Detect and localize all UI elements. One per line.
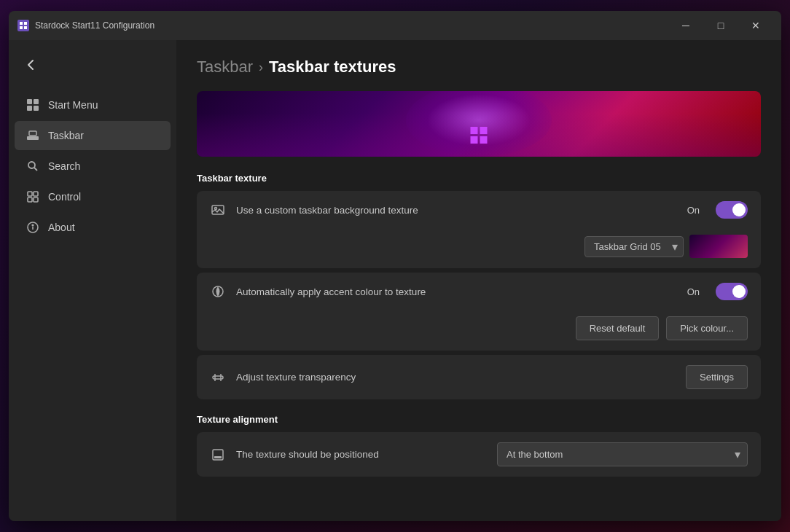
position-row: The texture should be positioned At the … <box>197 432 761 477</box>
window-controls: ─ □ ✕ <box>669 15 773 36</box>
accent-colour-status: On <box>687 286 700 297</box>
window-title: Stardock Start11 Configuration <box>35 20 669 31</box>
accent-icon <box>210 283 226 300</box>
texture-select[interactable]: Taskbar Grid 05 Taskbar Grid 01 Taskbar … <box>584 236 684 257</box>
custom-texture-card: Use a custom taskbar background texture … <box>197 191 761 268</box>
svg-rect-7 <box>34 106 39 111</box>
svg-rect-1 <box>24 22 27 25</box>
sidebar-label-start-menu: Start Menu <box>48 99 98 111</box>
sidebar-item-taskbar[interactable]: Taskbar <box>15 121 171 150</box>
title-bar: Stardock Start11 Configuration ─ □ ✕ <box>9 11 781 40</box>
svg-rect-12 <box>28 192 32 196</box>
close-button[interactable]: ✕ <box>739 15 773 36</box>
sidebar-item-control[interactable]: Control <box>15 182 171 211</box>
transparency-settings-button[interactable]: Settings <box>686 365 748 389</box>
position-icon <box>210 447 226 463</box>
reset-default-button[interactable]: Reset default <box>576 316 660 340</box>
search-icon <box>26 160 39 173</box>
transparency-label: Adjust texture transparency <box>236 372 676 383</box>
breadcrumb-parent: Taskbar <box>197 58 253 77</box>
back-button[interactable] <box>9 52 176 90</box>
sidebar-item-start-menu[interactable]: Start Menu <box>15 90 171 120</box>
texture-selector-row: Taskbar Grid 05 Taskbar Grid 01 Taskbar … <box>197 229 761 268</box>
accent-colour-label: Automatically apply accent colour to tex… <box>236 286 677 297</box>
position-dropdown-wrapper[interactable]: At the bottom At the top Stretched Tiled <box>497 442 748 466</box>
accent-colour-toggle[interactable] <box>716 283 748 300</box>
svg-rect-0 <box>20 22 23 25</box>
breadcrumb-arrow: › <box>259 60 263 75</box>
app-icon <box>17 20 29 31</box>
custom-texture-toggle[interactable] <box>716 201 748 219</box>
svg-rect-8 <box>27 136 39 140</box>
sidebar-label-control: Control <box>48 191 81 203</box>
sidebar: Start Menu Taskbar Sea <box>9 40 176 521</box>
main-content: Taskbar › Taskbar textures Taskbar textu… <box>176 40 781 521</box>
svg-rect-3 <box>24 26 27 29</box>
alignment-section: Texture alignment The texture should be … <box>197 414 761 477</box>
sidebar-label-about: About <box>48 222 75 233</box>
svg-point-18 <box>32 224 34 226</box>
breadcrumb: Taskbar › Taskbar textures <box>197 58 761 77</box>
transparency-row: Adjust texture transparency Settings <box>197 355 761 399</box>
preview-banner <box>197 91 761 157</box>
texture-preview-image <box>689 235 748 258</box>
sidebar-label-search: Search <box>48 160 80 172</box>
alignment-section-title: Texture alignment <box>197 414 761 425</box>
svg-rect-14 <box>28 197 32 202</box>
image-icon <box>210 202 226 218</box>
app-window: Stardock Start11 Configuration ─ □ ✕ <box>9 11 781 521</box>
svg-rect-19 <box>212 206 224 214</box>
position-card: The texture should be positioned At the … <box>197 432 761 477</box>
position-select[interactable]: At the bottom At the top Stretched Tiled <box>497 442 748 466</box>
transparency-icon <box>210 369 226 386</box>
taskbar-icon <box>26 129 39 142</box>
sidebar-item-search[interactable]: Search <box>15 152 171 181</box>
texture-dropdown-wrapper[interactable]: Taskbar Grid 05 Taskbar Grid 01 Taskbar … <box>584 236 684 257</box>
start-menu-icon <box>26 98 39 112</box>
accent-colour-row: Automatically apply accent colour to tex… <box>197 273 761 310</box>
svg-rect-26 <box>214 456 222 458</box>
breadcrumb-current: Taskbar textures <box>269 58 396 77</box>
sidebar-item-about[interactable]: About <box>15 213 171 242</box>
svg-rect-13 <box>34 192 38 196</box>
position-label: The texture should be positioned <box>236 449 487 460</box>
svg-point-20 <box>215 208 217 210</box>
transparency-card: Adjust texture transparency Settings <box>197 355 761 399</box>
svg-rect-2 <box>20 26 23 29</box>
svg-rect-9 <box>29 131 36 136</box>
svg-rect-4 <box>27 99 32 104</box>
banner-logo <box>471 127 488 144</box>
sidebar-label-taskbar: Taskbar <box>48 130 84 141</box>
custom-texture-status: On <box>687 205 700 216</box>
svg-rect-22 <box>213 376 223 379</box>
custom-texture-row: Use a custom taskbar background texture … <box>197 191 761 229</box>
svg-line-11 <box>34 168 37 171</box>
accent-colour-card: Automatically apply accent colour to tex… <box>197 273 761 351</box>
svg-point-10 <box>28 162 35 168</box>
texture-section-title: Taskbar texture <box>197 173 761 184</box>
about-icon <box>26 221 39 234</box>
pick-colour-button[interactable]: Pick colour... <box>666 316 748 340</box>
svg-rect-15 <box>34 197 38 202</box>
svg-rect-6 <box>27 106 32 111</box>
svg-rect-5 <box>34 99 39 104</box>
control-icon <box>26 190 39 203</box>
colour-buttons-row: Reset default Pick colour... <box>197 310 761 351</box>
custom-texture-label: Use a custom taskbar background texture <box>236 205 677 216</box>
app-body: Start Menu Taskbar Sea <box>9 40 781 521</box>
maximize-button[interactable]: □ <box>704 15 738 36</box>
minimize-button[interactable]: ─ <box>669 15 703 36</box>
